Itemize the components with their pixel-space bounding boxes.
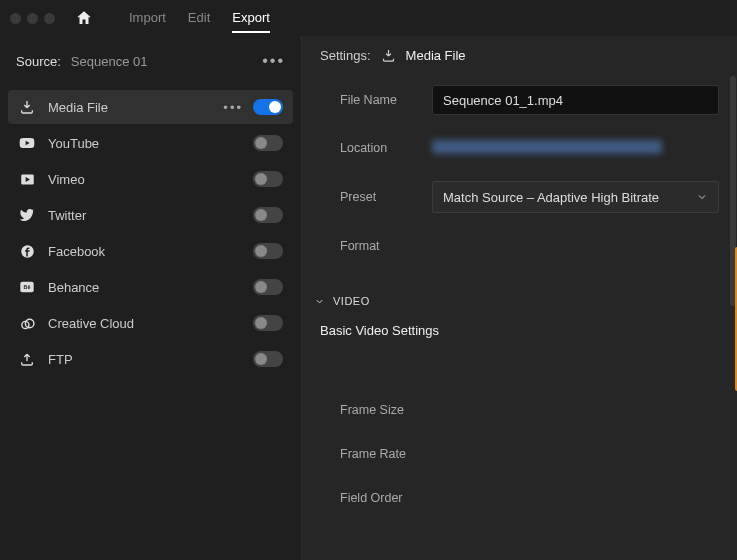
titlebar: Import Edit Export [0, 0, 737, 36]
behance-icon: Bē [18, 278, 36, 296]
tab-export[interactable]: Export [232, 4, 270, 33]
upload-box-icon [18, 350, 36, 368]
destination-toggle[interactable] [253, 207, 283, 223]
field-order-label: Field Order [340, 491, 432, 505]
destination-label: Behance [48, 280, 99, 295]
creative-cloud-icon [18, 314, 36, 332]
filename-row: File Name [340, 85, 719, 115]
download-box-icon [18, 98, 36, 116]
source-name[interactable]: Sequence 01 [71, 54, 148, 69]
source-label: Source: [16, 54, 61, 69]
workspace-tabs: Import Edit Export [129, 4, 270, 33]
frame-rate-label: Frame Rate [340, 447, 432, 461]
destination-toggle[interactable] [253, 315, 283, 331]
preset-label: Preset [340, 190, 432, 204]
publish-list: Media File ••• YouTube [0, 84, 301, 384]
destination-toggle[interactable] [253, 243, 283, 259]
traffic-minimize[interactable] [27, 13, 38, 24]
chevron-down-icon [696, 191, 708, 203]
scrollbar[interactable] [730, 76, 736, 306]
location-row: Location [340, 133, 719, 163]
destination-toggle[interactable] [253, 279, 283, 295]
filename-label: File Name [340, 93, 432, 107]
destination-label: YouTube [48, 136, 99, 151]
window-traffic-lights [10, 13, 55, 24]
location-label: Location [340, 141, 432, 155]
svg-point-5 [25, 319, 34, 328]
traffic-close[interactable] [10, 13, 21, 24]
destination-label: Twitter [48, 208, 86, 223]
settings-label: Settings: [320, 48, 371, 63]
destination-label: FTP [48, 352, 73, 367]
twitter-icon [18, 206, 36, 224]
destination-more-icon[interactable]: ••• [223, 100, 243, 115]
destination-behance[interactable]: Bē Behance [8, 270, 293, 304]
destination-twitter[interactable]: Twitter [8, 198, 293, 232]
destination-youtube[interactable]: YouTube [8, 126, 293, 160]
video-section-header[interactable]: VIDEO [302, 279, 737, 313]
basic-video-settings-title: Basic Video Settings [302, 313, 737, 348]
frame-size-label: Frame Size [340, 403, 432, 417]
destination-media-file[interactable]: Media File ••• [8, 90, 293, 124]
settings-destination-name: Media File [406, 48, 466, 63]
home-icon[interactable] [75, 9, 93, 27]
export-sidebar: Source: Sequence 01 ••• Media File ••• [0, 36, 302, 560]
destination-toggle[interactable] [253, 171, 283, 187]
source-more-icon[interactable]: ••• [262, 52, 285, 70]
destination-label: Facebook [48, 244, 105, 259]
chevron-down-icon [314, 296, 325, 307]
preset-row: Preset Match Source – Adaptive High Bitr… [340, 181, 719, 213]
facebook-icon [18, 242, 36, 260]
download-box-icon [381, 48, 396, 63]
settings-panel: Settings: Media File File Name Location … [302, 36, 737, 560]
destination-toggle[interactable] [253, 99, 283, 115]
destination-creative-cloud[interactable]: Creative Cloud [8, 306, 293, 340]
preset-selected-value: Match Source – Adaptive High Bitrate [443, 190, 659, 205]
destination-vimeo[interactable]: Vimeo [8, 162, 293, 196]
field-order-row: Field Order [340, 476, 737, 520]
preset-select[interactable]: Match Source – Adaptive High Bitrate [432, 181, 719, 213]
destination-ftp[interactable]: FTP [8, 342, 293, 376]
location-path-redacted[interactable] [432, 140, 662, 154]
destination-facebook[interactable]: Facebook [8, 234, 293, 268]
destination-toggle[interactable] [253, 351, 283, 367]
traffic-zoom[interactable] [44, 13, 55, 24]
destination-label: Creative Cloud [48, 316, 134, 331]
tab-import[interactable]: Import [129, 4, 166, 33]
video-section-title: VIDEO [333, 295, 370, 307]
tab-edit[interactable]: Edit [188, 4, 210, 33]
source-row: Source: Sequence 01 ••• [0, 42, 301, 84]
destination-label: Media File [48, 100, 108, 115]
settings-header: Settings: Media File [302, 36, 737, 79]
destination-toggle[interactable] [253, 135, 283, 151]
vimeo-icon [18, 170, 36, 188]
youtube-icon [18, 134, 36, 152]
svg-text:Bē: Bē [24, 284, 31, 290]
format-label: Format [340, 239, 432, 253]
frame-rate-row: Frame Rate [340, 432, 737, 476]
format-row: Format [340, 231, 719, 261]
frame-size-row: Frame Size [340, 388, 737, 432]
filename-input[interactable] [432, 85, 719, 115]
destination-label: Vimeo [48, 172, 85, 187]
